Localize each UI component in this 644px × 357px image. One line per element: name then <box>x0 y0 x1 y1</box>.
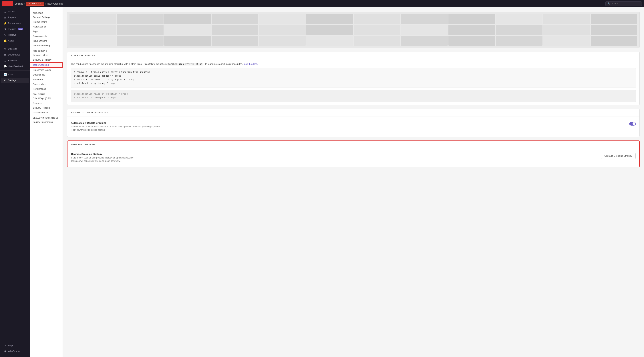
settings-item-environments[interactable]: Environments <box>30 34 62 38</box>
blur-cell <box>401 25 448 35</box>
code-block-gray[interactable]: stack.function:raise_an_exception ^-grou… <box>71 90 636 102</box>
settings-item-project-teams[interactable]: Project Teams <box>30 20 62 24</box>
settings-item-source-maps[interactable]: Source Maps <box>30 82 62 86</box>
stack-trace-rules-header: STACK TRACE RULES <box>67 52 640 59</box>
settings-item-issue-grouping[interactable]: Issue Grouping <box>30 62 62 68</box>
breadcrumb-settings[interactable]: Settings <box>14 2 23 5</box>
upgrade-strategy-title: Upgrade Grouping Strategy <box>71 153 134 156</box>
settings-item-security-headers[interactable]: Security Headers <box>30 106 62 110</box>
automatic-grouping-title: AUTOMATIC GROUPING UPDATES <box>71 112 636 114</box>
settings-item-client-keys[interactable]: Client Keys (DSN) <box>30 96 62 101</box>
upgrade-grouping-body: Upgrade Grouping Strategy If the project… <box>68 148 639 167</box>
blur-cell <box>259 36 306 46</box>
breadcrumb-separator2: / <box>45 2 46 5</box>
app-logo[interactable] <box>2 1 13 6</box>
sidebar-item-label: What's new <box>8 350 20 352</box>
blur-cell <box>543 25 590 35</box>
sidebar-item-replays[interactable]: ▷ Replays <box>1 32 29 38</box>
code-block-main[interactable]: # remove all frames above a certain func… <box>71 68 636 88</box>
sidebar-item-projects[interactable]: ⊞ Projects <box>1 15 29 20</box>
profiling-icon: ◑ <box>4 28 6 30</box>
blur-cell <box>591 14 637 24</box>
auto-update-desc1: When enabled projects will in the future… <box>71 125 629 128</box>
top-navigation: Settings / ACME Corp / Issue Grouping 🔍 <box>0 0 644 7</box>
upgrade-grouping-card: UPGRADE GROUPING Upgrade Grouping Strate… <box>67 140 640 168</box>
blurred-preview <box>67 12 640 48</box>
help-icon: ? <box>4 344 6 347</box>
settings-item-performance[interactable]: Performance <box>30 86 62 91</box>
sidebar-item-user-feedback[interactable]: 💬 User Feedback <box>1 64 29 69</box>
alerts-icon: 🔔 <box>4 39 6 42</box>
blur-cell <box>354 36 400 46</box>
sidebar-item-label: Profiling <box>8 28 16 30</box>
blur-cell <box>164 25 211 35</box>
blur-cell <box>448 14 495 24</box>
auto-update-title: Automatically Update Grouping <box>71 122 629 124</box>
sidebar-item-stats[interactable]: 📉 Stats <box>1 72 29 77</box>
breadcrumb-project[interactable]: ACME Corp <box>26 2 44 6</box>
blur-cell <box>306 25 353 35</box>
sidebar-item-discover[interactable]: ◎ Discover <box>1 46 29 52</box>
upgrade-grouping-strategy-button[interactable]: Upgrade Grouping Strategy <box>601 153 636 159</box>
content-area: PROJECT General Settings Project Teams A… <box>30 7 644 357</box>
sidebar-item-whats-new[interactable]: ◉ What's new <box>1 348 29 354</box>
sidebar-item-issues[interactable]: ⬡ Issues <box>1 9 29 14</box>
blur-cell <box>591 25 637 35</box>
sidebar-item-alerts[interactable]: 🔔 Alerts <box>1 38 29 44</box>
blur-cell <box>117 14 163 24</box>
blur-cell <box>543 36 590 46</box>
sidebar-item-dashboards[interactable]: ▦ Dashboards <box>1 52 29 58</box>
sidebar-item-label: Dashboards <box>8 54 20 56</box>
sidebar-item-label: User Feedback <box>8 65 24 68</box>
beta-badge: beta <box>18 28 23 30</box>
sidebar-item-help[interactable]: ? Help <box>1 343 29 348</box>
settings-item-processing-issues[interactable]: Processing Issues <box>30 68 62 72</box>
dashboards-icon: ▦ <box>4 53 6 56</box>
sidebar-item-label: Alerts <box>8 40 14 42</box>
sidebar-bottom: ? Help ◉ What's new <box>0 343 30 356</box>
auto-update-label: Automatically Update Grouping When enabl… <box>71 122 629 132</box>
upgrade-strategy-row: Upgrade Grouping Strategy If the project… <box>71 151 636 164</box>
settings-item-releases-sdk[interactable]: Releases <box>30 101 62 106</box>
sidebar-item-label: Releases <box>8 59 18 62</box>
breadcrumb-current: Issue Grouping <box>47 2 63 5</box>
user-feedback-icon: 💬 <box>4 65 6 68</box>
settings-item-inbound-filters[interactable]: Inbound Filters <box>30 53 62 58</box>
settings-item-data-forwarding[interactable]: Data Forwarding <box>30 43 62 48</box>
settings-item-security-privacy[interactable]: Security & Privacy <box>30 58 62 62</box>
upgrade-strategy-label: Upgrade Grouping Strategy If the project… <box>71 153 134 163</box>
search-input[interactable] <box>612 2 640 5</box>
sidebar-item-label: Issues <box>8 10 14 13</box>
sidebar-item-performance[interactable]: ⚡ Performance <box>1 20 29 26</box>
settings-item-user-feedback-sdk[interactable]: User Feedback <box>30 110 62 115</box>
blur-cell <box>354 25 400 35</box>
sidebar-item-label: Replays <box>8 34 16 36</box>
read-docs-link[interactable]: read the docs. <box>244 63 258 65</box>
sidebar-item-releases[interactable]: ⬡ Releases <box>1 58 29 63</box>
blur-cell <box>70 36 116 46</box>
settings-item-general[interactable]: General Settings <box>30 15 62 20</box>
toggle-knob <box>632 122 636 125</box>
sidebar-item-label: Projects <box>8 16 16 19</box>
blur-cell <box>401 14 448 24</box>
settings-item-proguard[interactable]: ProGuard <box>30 77 62 82</box>
auto-update-desc2: Right now this setting does nothing. <box>71 128 629 132</box>
search-bar[interactable]: 🔍 <box>606 2 642 6</box>
upgrade-strategy-desc2: Doing so will cause new events to group … <box>71 160 134 163</box>
sidebar-item-profiling[interactable]: ◑ Profiling beta <box>1 26 29 32</box>
sidebar-item-settings[interactable]: ⚙ Settings <box>1 78 29 83</box>
settings-item-tags[interactable]: Tags <box>30 29 62 34</box>
sidebar: ⬡ Issues ⊞ Projects ⚡ Performance ◑ Prof… <box>0 7 30 357</box>
settings-item-alert-settings[interactable]: Alert Settings <box>30 24 62 29</box>
blur-cell <box>164 14 211 24</box>
settings-item-debug-files[interactable]: Debug Files <box>30 72 62 77</box>
blur-cell <box>448 25 495 35</box>
main-layout: ⬡ Issues ⊞ Projects ⚡ Performance ◑ Prof… <box>0 7 644 357</box>
settings-item-legacy-integrations[interactable]: Legacy Integrations <box>30 120 62 124</box>
settings-section-sdk: SDK SETUP <box>30 91 62 96</box>
automatic-grouping-header: AUTOMATIC GROUPING UPDATES <box>67 109 640 116</box>
settings-item-issue-owners[interactable]: Issue Owners <box>30 38 62 43</box>
blur-grid <box>67 12 640 48</box>
blur-cell <box>117 36 163 46</box>
auto-update-toggle[interactable] <box>629 122 636 126</box>
